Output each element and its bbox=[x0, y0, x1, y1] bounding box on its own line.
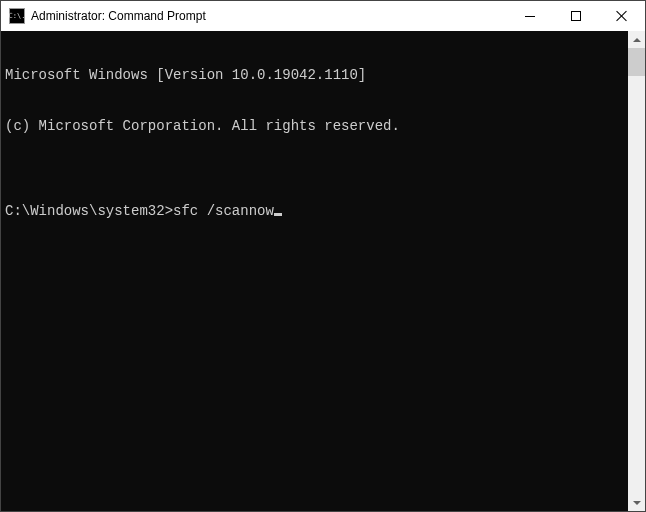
titlebar[interactable]: C:\. Administrator: Command Prompt bbox=[1, 1, 645, 31]
prompt-line: C:\Windows\system32>sfc /scannow bbox=[5, 203, 628, 220]
scroll-thumb[interactable] bbox=[628, 48, 645, 76]
close-button[interactable] bbox=[599, 1, 645, 31]
close-icon bbox=[616, 10, 628, 22]
chevron-down-icon bbox=[633, 501, 641, 505]
prompt-text: C:\Windows\system32> bbox=[5, 203, 173, 220]
maximize-icon bbox=[571, 11, 581, 21]
maximize-button[interactable] bbox=[553, 1, 599, 31]
cmd-icon: C:\. bbox=[9, 8, 25, 24]
cmd-icon-text: C:\. bbox=[9, 13, 26, 20]
minimize-button[interactable] bbox=[507, 1, 553, 31]
window-controls bbox=[507, 1, 645, 31]
console-line: Microsoft Windows [Version 10.0.19042.11… bbox=[5, 67, 628, 84]
scroll-down-button[interactable] bbox=[628, 494, 645, 511]
minimize-icon bbox=[525, 16, 535, 17]
command-text: sfc /scannow bbox=[173, 203, 274, 220]
console-line: (c) Microsoft Corporation. All rights re… bbox=[5, 118, 628, 135]
scroll-track[interactable] bbox=[628, 48, 645, 494]
command-prompt-window: C:\. Administrator: Command Prompt Micro… bbox=[0, 0, 646, 512]
client-area: Microsoft Windows [Version 10.0.19042.11… bbox=[1, 31, 645, 511]
scroll-up-button[interactable] bbox=[628, 31, 645, 48]
chevron-up-icon bbox=[633, 38, 641, 42]
cursor bbox=[274, 213, 282, 216]
vertical-scrollbar[interactable] bbox=[628, 31, 645, 511]
window-title: Administrator: Command Prompt bbox=[31, 9, 507, 23]
console-output[interactable]: Microsoft Windows [Version 10.0.19042.11… bbox=[1, 31, 628, 511]
